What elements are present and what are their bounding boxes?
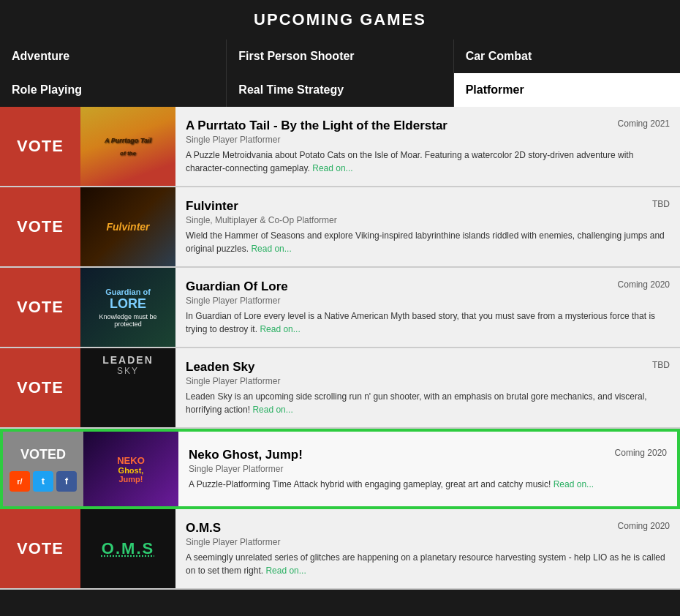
page-wrapper: UPCOMING GAMES Adventure First Person Sh… [0,0,680,590]
game-release-neko: Coming 2020 [615,448,667,458]
game-desc-leaden: Leaden Sky is an upcoming side scrolling… [186,390,670,416]
game-desc-guardian: In Guardian of Lore every level is a Nat… [186,309,670,336]
voted-section-neko: VOTED r/ t f [3,432,83,506]
game-info-guardian: Guardian Of Lore Coming 2020 Single Play… [175,268,680,347]
tab-rts[interactable]: Real Time Strategy [227,73,453,107]
game-release-purrtato: Coming 2021 [618,119,670,129]
tabs-row-2: Role Playing Real Time Strategy Platform… [0,73,680,107]
tab-platformer[interactable]: Platformer [454,73,680,107]
game-info-leaden: Leaden Sky TBD Single Player Platformer … [175,348,680,427]
tab-role-playing[interactable]: Role Playing [0,73,227,107]
read-on-oms[interactable]: Read on... [265,566,306,576]
game-release-guardian: Coming 2020 [618,279,670,290]
game-title-purrtato: A Purrtato Tail - By the Light of the El… [186,119,447,133]
read-on-neko[interactable]: Read on... [554,479,594,489]
game-genre-guardian: Single Player Platformer [186,296,670,306]
game-release-oms: Coming 2020 [618,521,670,531]
game-thumb-leaden: LEADEN SKY [80,348,175,427]
vote-button-purrtato[interactable]: VOTE [0,107,80,186]
game-desc-neko: A Puzzle-Platforming Time Attack hybrid … [189,478,667,491]
page-title: UPCOMING GAMES [0,0,680,40]
read-on-fulvinter[interactable]: Read on... [251,244,291,254]
read-on-guardian[interactable]: Read on... [260,324,300,334]
game-genre-oms: Single Player Platformer [186,537,670,547]
game-title-oms: O.M.S [186,521,221,536]
game-thumb-fulvinter: Fulvinter [80,187,175,266]
game-info-neko: Neko Ghost, Jump! Coming 2020 Single Pla… [178,432,677,506]
tab-fps[interactable]: First Person Shooter [227,40,453,73]
game-item-neko: VOTED r/ t f NEKO Ghost, Jump! Neko Ghos… [0,429,680,509]
game-genre-leaden: Single Player Platformer [186,376,670,386]
game-list: VOTE A Purrtago Tail of the A Purrtato T… [0,107,680,590]
game-item-fulvinter: VOTE Fulvinter Fulvinter TBD Single, Mul… [0,187,680,268]
game-item-purrtato: VOTE A Purrtago Tail of the A Purrtato T… [0,107,680,187]
game-thumb-neko: NEKO Ghost, Jump! [83,432,178,506]
game-genre-purrtato: Single Player Platformer [186,135,670,145]
vote-button-oms[interactable]: VOTE [0,509,80,588]
game-thumb-guardian: Guardian of LORE Knowledge must be prote… [80,268,175,347]
game-genre-neko: Single Player Platformer [189,464,667,474]
reddit-icon[interactable]: r/ [10,471,30,492]
oms-logo: O.M.S [102,539,154,558]
game-genre-fulvinter: Single, Multiplayer & Co-Op Platformer [186,215,670,225]
game-desc-fulvinter: Wield the Hammer of Seasons and explore … [186,229,670,255]
game-title-fulvinter: Fulvinter [186,199,238,214]
vote-button-leaden[interactable]: VOTE [0,348,80,427]
game-info-purrtato: A Purrtato Tail - By the Light of the El… [175,107,680,186]
social-icons-neko: r/ t f [10,471,77,492]
game-item-leaden: VOTE LEADEN SKY Leaden Sky TBD Single Pl… [0,348,680,429]
twitter-icon[interactable]: t [33,471,53,492]
game-desc-purrtato: A Puzzle Metroidvania about Potato Cats … [186,149,670,175]
vote-button-guardian[interactable]: VOTE [0,268,80,347]
game-item-guardian: VOTE Guardian of LORE Knowledge must be … [0,268,680,348]
game-title-neko: Neko Ghost, Jump! [189,448,303,462]
read-on-purrtato[interactable]: Read on... [312,163,352,173]
game-thumb-oms: O.M.S [80,509,175,588]
read-on-leaden[interactable]: Read on... [252,405,292,415]
game-info-fulvinter: Fulvinter TBD Single, Multiplayer & Co-O… [175,187,680,266]
tabs-row-1: Adventure First Person Shooter Car Comba… [0,40,680,73]
tab-car-combat[interactable]: Car Combat [454,40,680,73]
game-info-oms: O.M.S Coming 2020 Single Player Platform… [175,509,680,588]
game-title-leaden: Leaden Sky [186,360,255,375]
game-thumb-purrtato: A Purrtago Tail of the [80,107,175,186]
vote-button-fulvinter[interactable]: VOTE [0,187,80,266]
voted-label-neko: VOTED [20,447,66,462]
game-item-oms: VOTE O.M.S O.M.S Coming 2020 Single Play… [0,509,680,590]
tab-adventure[interactable]: Adventure [0,40,227,73]
facebook-icon[interactable]: f [56,471,77,492]
game-release-fulvinter: TBD [652,199,670,209]
game-title-guardian: Guardian Of Lore [186,279,288,294]
game-release-leaden: TBD [652,360,670,370]
game-desc-oms: A seemingly unrelated series of glitches… [186,551,670,577]
